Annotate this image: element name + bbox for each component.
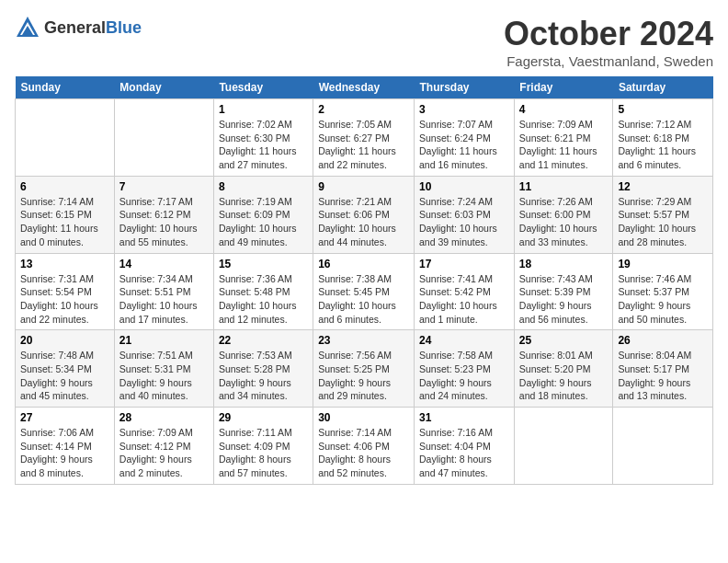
calendar-cell: 31Sunrise: 7:16 AM Sunset: 4:04 PM Dayli… (415, 408, 515, 485)
day-number: 8 (219, 180, 308, 193)
day-number: 11 (519, 180, 609, 193)
day-info: Sunrise: 7:17 AM Sunset: 6:12 PM Dayligh… (119, 195, 209, 249)
day-number: 12 (618, 180, 708, 193)
day-number: 5 (618, 103, 708, 116)
calendar-cell: 24Sunrise: 7:58 AM Sunset: 5:23 PM Dayli… (415, 330, 515, 408)
day-info: Sunrise: 7:26 AM Sunset: 6:00 PM Dayligh… (519, 195, 609, 249)
day-info: Sunrise: 7:29 AM Sunset: 5:57 PM Dayligh… (618, 195, 708, 249)
calendar-cell: 23Sunrise: 7:56 AM Sunset: 5:25 PM Dayli… (313, 330, 415, 408)
calendar-cell (114, 99, 213, 177)
column-header-tuesday: Tuesday (213, 76, 313, 99)
calendar-cell: 3Sunrise: 7:07 AM Sunset: 6:24 PM Daylig… (415, 99, 515, 177)
day-info: Sunrise: 7:14 AM Sunset: 4:06 PM Dayligh… (318, 426, 409, 480)
calendar-cell: 29Sunrise: 7:11 AM Sunset: 4:09 PM Dayli… (213, 408, 313, 485)
calendar-cell: 19Sunrise: 7:46 AM Sunset: 5:37 PM Dayli… (613, 253, 713, 330)
day-info: Sunrise: 7:56 AM Sunset: 5:25 PM Dayligh… (318, 349, 409, 403)
logo-icon (15, 15, 40, 40)
calendar-cell: 27Sunrise: 7:06 AM Sunset: 4:14 PM Dayli… (16, 408, 115, 485)
day-info: Sunrise: 7:53 AM Sunset: 5:28 PM Dayligh… (219, 349, 308, 403)
page-header: GeneralBlue October 2024 Fagersta, Vaest… (15, 15, 713, 69)
day-info: Sunrise: 8:01 AM Sunset: 5:20 PM Dayligh… (519, 349, 609, 403)
day-info: Sunrise: 7:19 AM Sunset: 6:09 PM Dayligh… (219, 195, 308, 249)
day-info: Sunrise: 7:38 AM Sunset: 5:45 PM Dayligh… (318, 272, 409, 327)
calendar-table: SundayMondayTuesdayWednesdayThursdayFrid… (15, 76, 713, 485)
calendar-cell: 11Sunrise: 7:26 AM Sunset: 6:00 PM Dayli… (514, 176, 613, 253)
day-number: 29 (219, 411, 308, 424)
day-info: Sunrise: 7:11 AM Sunset: 4:09 PM Dayligh… (219, 426, 308, 480)
calendar-header-row: SundayMondayTuesdayWednesdayThursdayFrid… (16, 76, 713, 99)
column-header-saturday: Saturday (613, 76, 713, 99)
day-number: 6 (20, 180, 109, 193)
calendar-cell (514, 408, 613, 485)
week-row-1: 1Sunrise: 7:02 AM Sunset: 6:30 PM Daylig… (16, 99, 713, 177)
calendar-cell: 18Sunrise: 7:43 AM Sunset: 5:39 PM Dayli… (514, 253, 613, 330)
day-info: Sunrise: 7:58 AM Sunset: 5:23 PM Dayligh… (419, 349, 509, 403)
day-number: 4 (519, 103, 609, 116)
calendar-cell (16, 99, 115, 177)
calendar-cell: 30Sunrise: 7:14 AM Sunset: 4:06 PM Dayli… (313, 408, 415, 485)
week-row-3: 13Sunrise: 7:31 AM Sunset: 5:54 PM Dayli… (16, 253, 713, 330)
day-info: Sunrise: 7:07 AM Sunset: 6:24 PM Dayligh… (419, 118, 509, 172)
title-block: October 2024 Fagersta, Vaestmanland, Swe… (504, 15, 713, 69)
location-title: Fagersta, Vaestmanland, Sweden (504, 53, 713, 69)
calendar-cell: 13Sunrise: 7:31 AM Sunset: 5:54 PM Dayli… (16, 253, 115, 330)
day-info: Sunrise: 7:31 AM Sunset: 5:54 PM Dayligh… (20, 272, 109, 327)
day-number: 26 (618, 334, 708, 347)
day-info: Sunrise: 7:14 AM Sunset: 6:15 PM Dayligh… (20, 195, 109, 249)
day-number: 17 (419, 258, 509, 270)
day-info: Sunrise: 7:05 AM Sunset: 6:27 PM Dayligh… (318, 118, 409, 172)
day-info: Sunrise: 7:46 AM Sunset: 5:37 PM Dayligh… (618, 272, 708, 327)
calendar-cell: 22Sunrise: 7:53 AM Sunset: 5:28 PM Dayli… (213, 330, 313, 408)
day-number: 20 (20, 334, 109, 347)
calendar-cell: 17Sunrise: 7:41 AM Sunset: 5:42 PM Dayli… (415, 253, 515, 330)
column-header-thursday: Thursday (415, 76, 515, 99)
column-header-wednesday: Wednesday (313, 76, 415, 99)
logo-general-text: General (44, 18, 106, 37)
day-number: 30 (318, 411, 409, 424)
day-info: Sunrise: 7:16 AM Sunset: 4:04 PM Dayligh… (419, 426, 509, 480)
week-row-2: 6Sunrise: 7:14 AM Sunset: 6:15 PM Daylig… (16, 176, 713, 253)
calendar-cell: 6Sunrise: 7:14 AM Sunset: 6:15 PM Daylig… (16, 176, 115, 253)
day-number: 10 (419, 180, 509, 193)
day-number: 15 (219, 258, 308, 270)
day-number: 3 (419, 103, 509, 116)
day-number: 25 (519, 334, 609, 347)
calendar-cell: 21Sunrise: 7:51 AM Sunset: 5:31 PM Dayli… (114, 330, 213, 408)
calendar-cell: 8Sunrise: 7:19 AM Sunset: 6:09 PM Daylig… (213, 176, 313, 253)
calendar-cell (613, 408, 713, 485)
calendar-cell: 12Sunrise: 7:29 AM Sunset: 5:57 PM Dayli… (613, 176, 713, 253)
day-number: 21 (119, 334, 209, 347)
column-header-monday: Monday (114, 76, 213, 99)
logo: GeneralBlue (15, 15, 142, 40)
column-header-sunday: Sunday (16, 76, 115, 99)
logo-blue-text: Blue (106, 18, 142, 37)
day-number: 14 (119, 258, 209, 270)
day-info: Sunrise: 7:12 AM Sunset: 6:18 PM Dayligh… (618, 118, 708, 172)
calendar-cell: 14Sunrise: 7:34 AM Sunset: 5:51 PM Dayli… (114, 253, 213, 330)
calendar-cell: 16Sunrise: 7:38 AM Sunset: 5:45 PM Dayli… (313, 253, 415, 330)
calendar-cell: 1Sunrise: 7:02 AM Sunset: 6:30 PM Daylig… (213, 99, 313, 177)
day-info: Sunrise: 7:43 AM Sunset: 5:39 PM Dayligh… (519, 272, 609, 327)
day-info: Sunrise: 7:21 AM Sunset: 6:06 PM Dayligh… (318, 195, 409, 249)
day-info: Sunrise: 7:48 AM Sunset: 5:34 PM Dayligh… (20, 349, 109, 403)
day-info: Sunrise: 7:34 AM Sunset: 5:51 PM Dayligh… (119, 272, 209, 327)
day-number: 13 (20, 258, 109, 270)
column-header-friday: Friday (514, 76, 613, 99)
day-number: 24 (419, 334, 509, 347)
day-info: Sunrise: 7:06 AM Sunset: 4:14 PM Dayligh… (20, 426, 109, 480)
calendar-body: 1Sunrise: 7:02 AM Sunset: 6:30 PM Daylig… (16, 99, 713, 485)
day-number: 31 (419, 411, 509, 424)
day-number: 2 (318, 103, 409, 116)
day-number: 9 (318, 180, 409, 193)
day-info: Sunrise: 7:24 AM Sunset: 6:03 PM Dayligh… (419, 195, 509, 249)
day-number: 19 (618, 258, 708, 270)
day-info: Sunrise: 7:02 AM Sunset: 6:30 PM Dayligh… (219, 118, 308, 172)
day-number: 28 (119, 411, 209, 424)
day-info: Sunrise: 7:36 AM Sunset: 5:48 PM Dayligh… (219, 272, 308, 327)
week-row-5: 27Sunrise: 7:06 AM Sunset: 4:14 PM Dayli… (16, 408, 713, 485)
week-row-4: 20Sunrise: 7:48 AM Sunset: 5:34 PM Dayli… (16, 330, 713, 408)
day-number: 22 (219, 334, 308, 347)
calendar-cell: 10Sunrise: 7:24 AM Sunset: 6:03 PM Dayli… (415, 176, 515, 253)
day-number: 18 (519, 258, 609, 270)
day-info: Sunrise: 7:09 AM Sunset: 6:21 PM Dayligh… (519, 118, 609, 172)
